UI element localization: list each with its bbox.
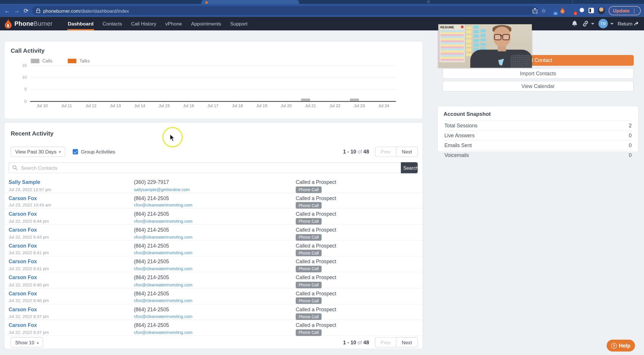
activity-row: Carson FoxJul 23, 2022 10:43 am(864) 214… (5, 193, 423, 209)
contact-email-link[interactable]: cfox@clearwaterinvesting.com (134, 218, 296, 223)
contact-email-link[interactable]: cfox@clearwaterinvesting.com (134, 282, 296, 287)
contact-email-link[interactable]: cfox@clearwaterinvesting.com (134, 298, 296, 303)
import-contacts-button[interactable]: Import Contacts (442, 68, 634, 79)
flame-logo-icon (4, 19, 12, 29)
contact-name-link[interactable]: Carson Fox (9, 291, 134, 297)
nav-item-call-history[interactable]: Call History (127, 17, 161, 30)
update-button[interactable]: Update ⋮ (609, 6, 641, 15)
extensions-puzzle-icon[interactable] (579, 8, 585, 13)
activity-timestamp: Jul 22, 2022 6:43 pm (9, 234, 134, 239)
caret-down-icon: ▾ (59, 150, 61, 154)
nav-item-support[interactable]: Support (226, 17, 252, 30)
browser-back-button[interactable]: ← (3, 7, 12, 14)
view-calendar-button[interactable]: View Calendar (442, 81, 634, 92)
x-axis-label: Jul 17 (207, 103, 218, 108)
activity-timestamp: Jul 23, 2022 12:57 pm (9, 187, 134, 192)
quick-links-menu[interactable] (582, 20, 594, 27)
contact-email-link[interactable]: cfox@clearwaterinvesting.com (134, 314, 296, 319)
glasses-bridge (500, 35, 502, 36)
contact-name-link[interactable]: Carson Fox (9, 227, 134, 233)
return-label: Return (618, 21, 632, 27)
snapshot-value: 0 (629, 132, 632, 138)
contact-name-link[interactable]: Sally Sample (9, 180, 134, 185)
next-button[interactable]: Next (396, 147, 418, 157)
nav-item-dashboard[interactable]: Dashboard (63, 17, 98, 30)
extension-mail-icon[interactable]: 36 (550, 7, 556, 14)
gridline (30, 65, 396, 66)
show-count-dropdown[interactable]: Show 10 ▴ (11, 337, 43, 347)
url-bar[interactable]: phoneburner.com/dialer/dashboard/index (32, 6, 538, 15)
activity-timestamp: Jul 22, 2022 6:41 pm (9, 250, 134, 255)
contact-email-link[interactable]: cfox@clearwaterinvesting.com (134, 250, 296, 255)
contact-phone: (864) 214-2505 (134, 323, 296, 328)
nav-item-contacts[interactable]: Contacts (98, 17, 127, 30)
view-range-dropdown[interactable]: View Past 30 Days ▾ (11, 147, 65, 157)
contact-info-cell: (864) 214-2505cfox@clearwaterinvesting.c… (134, 291, 296, 304)
activity-description: Called a Prospect (296, 243, 422, 249)
activity-timestamp: Jul 22, 2022 6:37 pm (9, 330, 134, 335)
contact-name-link[interactable]: Carson Fox (9, 323, 134, 328)
contact-email-link[interactable]: sallysample@getitonline.com (134, 187, 296, 192)
extension-flame-icon[interactable] (560, 8, 565, 14)
help-label: Help (619, 343, 630, 349)
snapshot-label: Total Sessions (444, 122, 477, 128)
share-icon[interactable] (532, 8, 537, 13)
x-axis-label: Jul 14 (134, 103, 145, 108)
contact-email-link[interactable]: cfox@clearwaterinvesting.com (134, 203, 296, 208)
contact-name-link[interactable]: Carson Fox (9, 243, 134, 249)
activity-description: Called a Prospect (296, 195, 422, 201)
browser-menu-icon[interactable]: ⋮ (632, 8, 636, 13)
x-axis-label: Jul 20 (281, 103, 292, 108)
snapshot-row-voicemails: Voicemails0 (444, 150, 632, 160)
contact-info-cell: (864) 214-2505cfox@clearwaterinvesting.c… (134, 243, 296, 256)
contact-cell: Carson FoxJul 22, 2022 6:41 pm (5, 259, 134, 272)
snapshot-row-total-sessions: Total Sessions2 (444, 120, 632, 130)
browser-forward-button[interactable]: → (12, 7, 21, 14)
bookmark-star-icon[interactable]: ☆ (541, 8, 546, 14)
snapshot-row-emails-sent: Emails Sent0 (444, 140, 632, 150)
nav-item-appointments[interactable]: Appointments (186, 17, 226, 30)
activity-row: Carson FoxJul 22, 2022 6:43 pm(864) 214-… (5, 225, 423, 241)
active-browser-tab[interactable] (201, 0, 299, 4)
tab-more-icon[interactable]: ⋮ (571, 0, 574, 3)
x-axis-label: Jul 12 (85, 103, 96, 108)
prev-button[interactable]: Prev (375, 147, 396, 157)
user-menu[interactable]: TR (599, 19, 614, 28)
contact-phone: (864) 214-2505 (134, 243, 296, 249)
contact-name-link[interactable]: Carson Fox (9, 211, 134, 217)
browser-profile-avatar[interactable] (598, 7, 605, 14)
pagination-bottom: 1 - 10 of 48 Prev Next (343, 337, 418, 347)
group-activities-checkbox[interactable] (73, 149, 78, 154)
contact-email-link[interactable]: cfox@clearwaterinvesting.com (134, 330, 296, 335)
x-axis-label: Jul 19 (256, 103, 267, 108)
y-axis-tick: 0 (5, 99, 27, 104)
contact-email-link[interactable]: cfox@clearwaterinvesting.com (134, 266, 296, 271)
mouse-cursor (170, 134, 175, 142)
nav-item-vphone[interactable]: vPhone (161, 17, 186, 30)
screen: ◷ ⋮ ← → ⟳ phoneburner.com/dialer/dashboa… (0, 0, 644, 355)
contact-phone: (864) 214-2505 (134, 307, 296, 312)
x-axis-label: Jul 24 (378, 103, 389, 108)
prev-button[interactable]: Prev (375, 337, 396, 347)
phoneburner-logo[interactable]: PhoneBurner (4, 19, 52, 29)
contact-name-link[interactable]: Carson Fox (9, 259, 134, 265)
contact-name-link[interactable]: Carson Fox (9, 307, 134, 312)
contact-phone: (360) 229-7917 (134, 180, 296, 185)
extension-sidebar-icon[interactable] (589, 8, 594, 13)
notifications-bell-icon[interactable] (571, 20, 578, 27)
extension-purple-icon[interactable]: 3 (569, 7, 576, 14)
contact-email-link[interactable]: cfox@clearwaterinvesting.com (134, 234, 296, 239)
contact-name-link[interactable]: Carson Fox (9, 275, 134, 281)
contact-name-link[interactable]: Carson Fox (9, 195, 134, 201)
contact-phone: (864) 214-2505 (134, 211, 296, 217)
return-button[interactable]: Return (618, 21, 640, 27)
help-button[interactable]: ? Help (607, 340, 635, 352)
activity-cell: Called a ProspectPhone Call (296, 323, 422, 336)
search-input[interactable] (20, 164, 401, 171)
activity-type-badge: Phone Call (296, 218, 321, 225)
contact-info-cell: (864) 214-2505cfox@clearwaterinvesting.c… (134, 227, 296, 240)
search-button[interactable]: Search (401, 162, 418, 173)
mail-badge: 36 (553, 11, 558, 15)
next-button[interactable]: Next (396, 337, 418, 347)
browser-reload-button[interactable]: ⟳ (21, 7, 31, 14)
